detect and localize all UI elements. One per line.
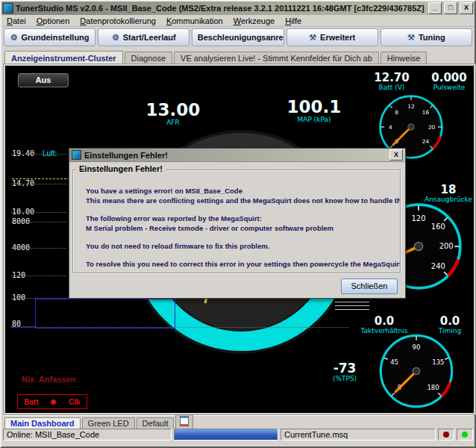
dialog-heading: Einstellungen Fehler! [76, 164, 166, 173]
svg-text:200: 200 [439, 242, 454, 250]
svg-text:12: 12 [407, 103, 414, 110]
titlebar: TunerStudio MS v2.0.6 - MSII_Base_Code (… [1, 1, 475, 15]
toolbar: ⚙ Grundeinstellung ⚙ Start/Leerlauf ⚡ Be… [1, 27, 475, 48]
dialog-line: You have a settings error! on MSII_Base_… [86, 186, 400, 196]
tx-led-icon [462, 432, 468, 438]
gridline [11, 184, 66, 184]
menu-datenprotokollierung[interactable]: Datenprotokollierung [75, 16, 161, 25]
readout-value: 0.0 [429, 315, 471, 327]
svg-text:120: 120 [412, 214, 426, 223]
gridline [11, 248, 66, 249]
tab-main-dashboard[interactable]: Main Dashboard [4, 417, 81, 429]
menubar: Datei Optionen Datenprotokollierung Komm… [1, 15, 475, 27]
menu-kommunikation[interactable]: Kommunikation [161, 16, 228, 25]
toolbar-button-start-leerlauf[interactable]: ⚙ Start/Leerlauf [98, 28, 190, 46]
readout-value: -73 [320, 361, 369, 375]
dashboard-tabs: Main Dashboard Green LED Default [3, 415, 473, 429]
readout-value: 100.1 [281, 99, 347, 116]
svg-text:24: 24 [422, 138, 430, 145]
readout-afr: 13.00 AFR [138, 102, 208, 126]
off-button[interactable]: Aus [18, 73, 69, 87]
dialog-app-icon [72, 150, 81, 160]
toolbar-button-tuning[interactable]: ⚒ Tuning [381, 28, 472, 46]
menu-optionen[interactable]: Optionen [31, 16, 75, 25]
dialog-close-icon[interactable]: X [389, 149, 403, 161]
menu-datei[interactable]: Datei [1, 16, 31, 25]
app-icon [3, 3, 13, 13]
dialog-line: To resolve this you need to correct this… [86, 259, 400, 269]
wrench-icon: ⚒ [309, 33, 316, 43]
lightning-icon: ⚡ [192, 33, 193, 43]
tab-default[interactable]: Default [137, 417, 175, 429]
readout-value: 0.0 [357, 315, 411, 327]
toolbar-button-beschleunigung[interactable]: ⚡ Beschleunigungsanrei... [192, 28, 284, 46]
batt-warning-label: Batt [24, 398, 38, 406]
tab-anzeigeinstrument-cluster[interactable]: Anzeigeinstrument-Cluster [4, 51, 123, 63]
warning-dot-icon [51, 399, 56, 405]
dialog-title: Einstellungen Fehler! [84, 151, 386, 160]
dialog-line: M Serial problem - Receive txmode - driv… [86, 223, 400, 233]
toolbar-button-label: Beschleunigungsanrei... [198, 33, 284, 42]
svg-text:4: 4 [389, 124, 392, 131]
schliessen-button[interactable]: Schließen [341, 279, 398, 294]
connection-status: Online: MSII_Base_Code [3, 429, 172, 441]
svg-text:240: 240 [431, 262, 445, 270]
svg-text:16: 16 [422, 109, 430, 116]
menu-hilfe[interactable]: Hilfe [280, 16, 307, 25]
settings-error-dialog: Einstellungen Fehler! X Einstellungen Fe… [69, 148, 406, 299]
strip-chart-trace [35, 299, 175, 329]
warning-indicator-box: Batt Clk [17, 394, 87, 409]
toolbar-button-label: Start/Leerlauf [123, 33, 176, 42]
close-button[interactable]: X [460, 2, 473, 14]
progress-fill [175, 429, 278, 440]
dialog-line: This means there are conflicting setting… [86, 196, 400, 205]
gridline [11, 154, 66, 155]
toolbar-button-label: Grundeinstellung [22, 33, 90, 42]
readout-label: Pulsweite [425, 84, 474, 91]
rx-indicator [438, 429, 454, 441]
tab-diagnose[interactable]: Diagnose [125, 52, 172, 63]
gridline [11, 212, 66, 213]
tab-new-dashboard[interactable] [175, 414, 193, 429]
maximize-button[interactable]: □ [444, 2, 457, 14]
timing-gauge: 04590135180 [377, 332, 456, 411]
readout-label: Batt (V) [365, 84, 419, 91]
menu-werkzeuge[interactable]: Werkzeuge [228, 16, 280, 25]
svg-text:45: 45 [390, 358, 398, 366]
minimize-button[interactable]: _ [428, 2, 442, 14]
svg-text:90: 90 [413, 343, 421, 351]
dashboard-file-icon [180, 416, 189, 426]
dialog-line: The following error was reported by the … [86, 214, 400, 223]
svg-text:135: 135 [432, 358, 444, 366]
readout-label: (%TPS) [320, 375, 369, 382]
strip-chart-trace [11, 326, 36, 327]
readout-value: 13.00 [138, 102, 208, 119]
dont-touch-note: Nix. Anfassen [22, 375, 75, 384]
toolbar-button-label: Erweitert [320, 33, 355, 42]
readout-value: 0.000 [425, 72, 474, 84]
gear-icon: ⚙ [112, 33, 119, 43]
dialog-body: Einstellungen Fehler! You have a setting… [69, 162, 405, 298]
toolbar-button-grundeinstellung[interactable]: ⚙ Grundeinstellung [4, 28, 95, 46]
readout-tps: -73 (%TPS) [320, 361, 369, 382]
tuning-icon: ⚒ [407, 33, 415, 43]
tab-ve-analysieren[interactable]: VE analysieren Live! - Stimmt Kennfelder… [174, 52, 379, 63]
gridline [11, 222, 66, 223]
svg-text:160: 160 [431, 223, 445, 231]
svg-text:8: 8 [395, 109, 398, 116]
statusbar: Online: MSII_Base_Code CurrentTune.msq [3, 429, 473, 441]
progress-bar [174, 429, 278, 441]
readout-value: 18 [423, 184, 474, 196]
svg-text:20: 20 [428, 124, 436, 131]
readout-value: 12.70 [365, 72, 419, 84]
main-tabs: Anzeigeinstrument-Cluster Diagnose VE an… [3, 49, 473, 63]
dialog-titlebar[interactable]: Einstellungen Fehler! X [69, 149, 405, 162]
dialog-line: You do not need to reload firmware to fi… [86, 241, 400, 251]
clk-warning-label: Clk [69, 398, 81, 406]
rx-led-icon [443, 432, 449, 438]
toolbar-button-erweitert[interactable]: ⚒ Erweitert [286, 28, 378, 46]
window-title: TunerStudio MS v2.0.6 - MSII_Base_Code (… [16, 4, 426, 13]
tab-green-led[interactable]: Green LED [82, 417, 135, 429]
current-tune-file: CurrentTune.msq [281, 429, 436, 441]
tab-hinweise[interactable]: Hinweise [381, 52, 428, 63]
